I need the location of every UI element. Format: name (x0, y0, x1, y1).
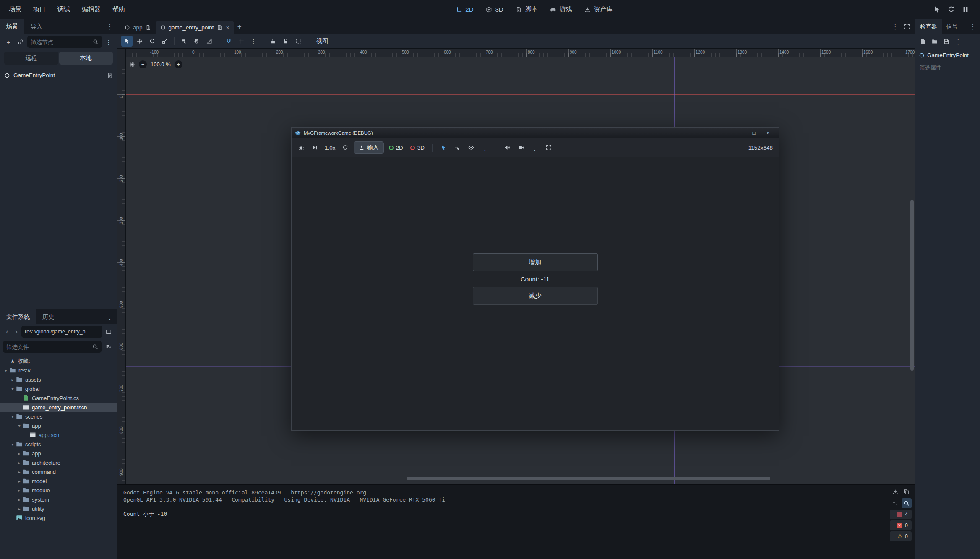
close-button[interactable]: × (761, 128, 775, 138)
local-button[interactable]: 本地 (59, 52, 113, 65)
decrease-button[interactable]: 减少 (473, 287, 598, 305)
scene-tab-game-entry-point[interactable]: game_entry_point × (156, 21, 234, 34)
expand-arrow[interactable]: ▾ (9, 387, 16, 391)
instance-scene-button[interactable] (15, 36, 26, 47)
save-resource-button[interactable] (941, 36, 952, 47)
dock-options-button[interactable]: ⋮ (967, 21, 978, 32)
nav-back-button[interactable]: ‹ (3, 328, 11, 336)
reset-speed-button[interactable] (340, 142, 351, 153)
mute-audio-button[interactable] (502, 142, 513, 153)
scene-tree[interactable]: GameEntryPoint (0, 67, 117, 309)
file-tree-item[interactable]: ▸app (0, 449, 117, 458)
menu-editor[interactable]: 编辑器 (76, 3, 106, 16)
game-window-titlebar[interactable]: MyGFrameworkGame (DEBUG) – □ × (292, 128, 779, 138)
file-tree-item[interactable]: ▸utility (0, 504, 117, 513)
vertical-scrollbar[interactable] (910, 200, 914, 371)
selection-options-button[interactable]: ⋮ (480, 142, 490, 153)
filter-nodes-input[interactable] (31, 39, 90, 45)
scene-tree-node-root[interactable]: GameEntryPoint (0, 69, 117, 81)
game-viewport[interactable]: 增加 Count: -11 减少 (292, 157, 779, 430)
warnings-count-badge[interactable]: ⚠ 0 (890, 531, 912, 541)
remote-button[interactable]: 远程 (4, 52, 58, 65)
game-focus-button[interactable] (931, 4, 942, 15)
save-log-button[interactable] (890, 487, 900, 497)
file-tree-item[interactable]: ▸module (0, 486, 117, 495)
toggle-visibility-button[interactable] (466, 142, 477, 153)
unlock-button[interactable] (280, 36, 291, 47)
list-select-tool-button[interactable] (178, 36, 190, 47)
expand-arrow[interactable]: ▸ (9, 377, 16, 382)
file-tree-item[interactable]: ▸model (0, 476, 117, 486)
debug-2d-button[interactable]: 2D (387, 141, 405, 154)
file-tree[interactable]: ★收藏: ▾res:// ▸assets ▾global GameEntryPo… (0, 354, 117, 559)
file-tree-item[interactable]: ▸architecture (0, 458, 117, 467)
inspected-node[interactable]: GameEntryPoint (915, 49, 980, 60)
2d-viewport[interactable]: − 100.0 % + MyGFrameworkGame (DEBUG) – □… (126, 57, 915, 484)
input-mode-button[interactable]: 输入 (354, 141, 384, 154)
menu-project[interactable]: 项目 (28, 3, 51, 16)
snap-options-button[interactable]: ⋮ (248, 36, 259, 47)
menu-scene[interactable]: 场景 (3, 3, 27, 16)
filter-properties-label[interactable]: 筛选属性 (915, 60, 980, 76)
file-tree-item[interactable]: icon.svg (0, 513, 117, 523)
debug-3d-button[interactable]: 3D (408, 141, 427, 154)
scale-tool-button[interactable] (159, 36, 170, 47)
zoom-level[interactable]: 100.0 % (151, 61, 171, 68)
errors-count-badge[interactable]: ✕ 0 (890, 520, 912, 530)
distraction-free-button[interactable] (902, 21, 912, 32)
inspector-options-button[interactable]: ⋮ (953, 36, 964, 47)
new-resource-button[interactable] (917, 36, 928, 47)
expand-arrow[interactable]: ▸ (16, 497, 23, 502)
expand-arrow[interactable]: ▾ (9, 414, 16, 419)
toggle-split-mode-button[interactable] (103, 326, 114, 337)
expand-arrow[interactable]: ▸ (16, 488, 23, 493)
tab-history[interactable]: 历史 (36, 309, 60, 324)
workspace-2d[interactable]: 2D (451, 3, 479, 16)
filter-files-input[interactable] (6, 344, 90, 350)
file-tree-item[interactable]: app.tscn (0, 430, 117, 439)
output-log[interactable]: Godot Engine v4.6.stable.mono.official.8… (117, 485, 915, 522)
workspace-assetlib[interactable]: 资产库 (579, 3, 618, 16)
file-tree-item[interactable]: ▾scripts (0, 439, 117, 449)
search-log-button[interactable] (902, 498, 912, 508)
expand-arrow[interactable]: ▸ (16, 507, 23, 511)
move-tool-button[interactable] (134, 36, 145, 47)
favorites-item[interactable]: ★收藏: (0, 356, 117, 366)
workspace-game[interactable]: 游戏 (545, 3, 578, 16)
messages-count-badge[interactable]: 4 (890, 510, 912, 519)
maximize-button[interactable]: □ (747, 128, 761, 138)
menu-help[interactable]: 帮助 (107, 3, 130, 16)
file-tree-item-selected[interactable]: game_entry_point.tscn (0, 403, 117, 412)
menu-debug[interactable]: 调试 (52, 3, 76, 16)
tab-import[interactable]: 导入 (24, 19, 49, 34)
minimize-button[interactable]: – (732, 128, 747, 138)
view-menu-button[interactable]: 视图 (312, 37, 333, 45)
zoom-in-button[interactable]: + (175, 60, 182, 68)
center-view-icon[interactable] (129, 62, 135, 68)
debug-options-button[interactable] (296, 142, 307, 153)
scene-tab-list-button[interactable]: ⋮ (890, 21, 901, 32)
lock-button[interactable] (267, 36, 279, 47)
camera-override-button[interactable] (516, 142, 526, 153)
next-frame-button[interactable] (310, 142, 321, 153)
expand-arrow[interactable]: ▸ (16, 451, 23, 456)
expand-arrow[interactable]: ▾ (3, 368, 9, 373)
collapse-duplicates-button[interactable] (890, 498, 900, 508)
camera-options-button[interactable]: ⋮ (529, 142, 540, 153)
expand-arrow[interactable]: ▸ (16, 460, 23, 465)
current-path-input[interactable] (21, 326, 102, 338)
add-node-button[interactable]: + (3, 36, 14, 47)
file-tree-item[interactable]: ▾res:// (0, 366, 117, 375)
runtime-select-tool-button[interactable] (438, 142, 449, 153)
restart-game-button[interactable] (946, 4, 957, 15)
smart-snap-button[interactable] (223, 36, 234, 47)
new-scene-tab-button[interactable]: + (234, 21, 245, 32)
sort-files-button[interactable] (103, 341, 114, 352)
scene-tree-options-button[interactable]: ⋮ (103, 36, 114, 47)
load-resource-button[interactable] (929, 36, 940, 47)
horizontal-scrollbar[interactable] (407, 477, 770, 480)
pause-game-button[interactable] (960, 4, 971, 15)
file-tree-item[interactable]: ▸assets (0, 375, 117, 384)
select-tool-button[interactable] (121, 36, 133, 47)
file-tree-item[interactable]: GameEntryPoint.cs (0, 393, 117, 403)
